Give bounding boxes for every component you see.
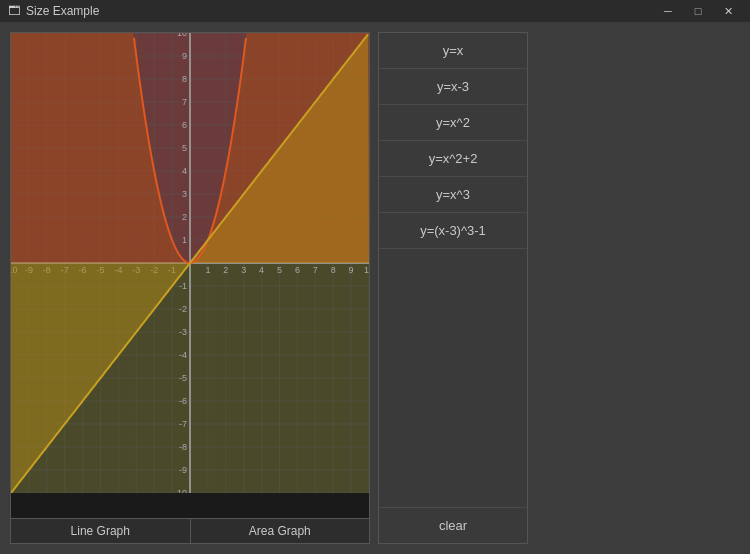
window-title: Size Example: [26, 4, 99, 18]
title-bar-left: 🗔 Size Example: [8, 4, 99, 18]
graph-tabs: Line Graph Area Graph: [10, 519, 370, 544]
tab-area-graph[interactable]: Area Graph: [190, 519, 370, 543]
title-bar-controls: ─ □ ✕: [654, 1, 742, 21]
window-icon: 🗔: [8, 4, 20, 18]
close-button[interactable]: ✕: [714, 1, 742, 21]
tab-line-graph[interactable]: Line Graph: [11, 519, 190, 543]
sidebar: y=x y=x-3 y=x^2 y=x^2+2 y=x^3 y=(x-3)^3-…: [378, 32, 528, 544]
maximize-button[interactable]: □: [684, 1, 712, 21]
minimize-button[interactable]: ─: [654, 1, 682, 21]
main-content: Line Graph Area Graph y=x y=x-3 y=x^2 y=…: [0, 22, 750, 554]
sidebar-item-f2[interactable]: y=x-3: [379, 69, 527, 105]
sidebar-item-f4[interactable]: y=x^2+2: [379, 141, 527, 177]
clear-button[interactable]: clear: [379, 507, 527, 543]
graph-canvas[interactable]: [11, 33, 369, 493]
sidebar-item-f6[interactable]: y=(x-3)^3-1: [379, 213, 527, 249]
sidebar-item-f3[interactable]: y=x^2: [379, 105, 527, 141]
graph-canvas-wrapper: [10, 32, 370, 519]
title-bar: 🗔 Size Example ─ □ ✕: [0, 0, 750, 22]
sidebar-item-f5[interactable]: y=x^3: [379, 177, 527, 213]
sidebar-item-f1[interactable]: y=x: [379, 33, 527, 69]
graph-container: Line Graph Area Graph: [10, 32, 370, 544]
